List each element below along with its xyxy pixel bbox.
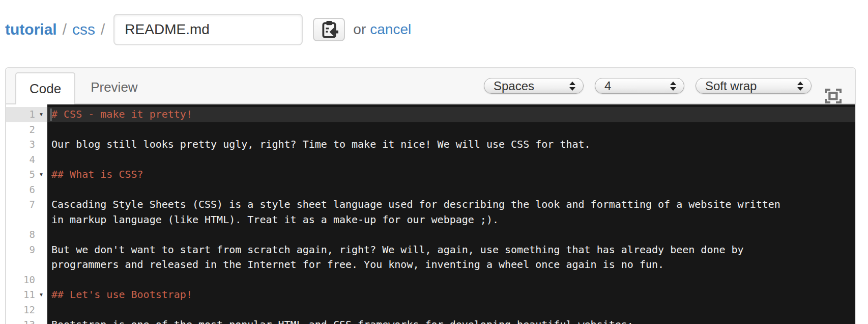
clipboard-arrow-icon [320, 20, 338, 39]
line-number: 9 [6, 242, 35, 258]
code-line[interactable] [47, 122, 855, 138]
editor-line[interactable]: 13Bootstrap is one of the most popular H… [6, 317, 855, 324]
gutter-cell[interactable]: 12 [6, 303, 47, 318]
or-text: or [353, 21, 366, 38]
code-line[interactable]: # CSS - make it pretty! [47, 107, 855, 122]
breadcrumb-folder-link[interactable]: css [72, 21, 95, 38]
code-line[interactable]: ## Let's use Bootstrap! [47, 287, 855, 303]
gutter-cell[interactable]: 4 [6, 152, 47, 168]
up-down-stepper-icon [569, 82, 575, 91]
gutter-cell[interactable]: 8 [6, 227, 47, 242]
gutter-cell[interactable]: 7 [6, 197, 47, 227]
line-number: 8 [6, 227, 35, 242]
code-text: Bootstrap is one of the most popular HTM… [51, 317, 784, 324]
line-number: 10 [6, 273, 35, 288]
line-number: 1 [6, 107, 35, 122]
editor-line[interactable]: 12 [6, 303, 855, 318]
screen-full-icon [825, 89, 842, 103]
filename-input[interactable] [113, 14, 303, 45]
editor-toolbar: CodePreview Spaces4Soft wrap [6, 68, 855, 104]
indent-size-select[interactable]: 4 [595, 78, 684, 94]
code-line[interactable] [47, 152, 855, 168]
editor-line[interactable]: 2 [6, 122, 855, 138]
wrap-mode-select[interactable]: Soft wrap [696, 78, 812, 94]
gutter-cell[interactable]: 3 [6, 137, 47, 152]
file-editor-panel: CodePreview Spaces4Soft wrap 1▾# CSS - m… [5, 67, 856, 324]
code-line[interactable] [47, 303, 855, 318]
fold-chevron-down-icon[interactable]: ▾ [35, 167, 47, 182]
cancel-link[interactable]: cancel [370, 21, 411, 38]
breadcrumb-repo-link[interactable]: tutorial [5, 21, 57, 38]
breadcrumb-separator: / [101, 21, 105, 38]
line-number: 2 [6, 122, 35, 138]
indent-size-value: 4 [604, 79, 611, 93]
tab-preview[interactable]: Preview [75, 71, 153, 103]
gutter-cell[interactable]: 10 [6, 273, 47, 288]
code-text: Our blog still looks pretty ugly, right?… [51, 137, 784, 152]
editor-settings: Spaces4Soft wrap [484, 78, 812, 94]
wrap-mode-value: Soft wrap [705, 79, 757, 93]
indent-mode-value: Spaces [494, 79, 534, 93]
editor-line[interactable]: 5▾## What is CSS? [6, 167, 855, 182]
gutter-cell[interactable]: 1▾ [6, 107, 47, 122]
code-line[interactable] [47, 227, 855, 242]
line-number: 11 [6, 287, 35, 303]
gutter-cell[interactable]: 11▾ [6, 287, 47, 303]
code-text: # CSS - make it pretty! [51, 107, 784, 122]
gutter-cell[interactable]: 6 [6, 182, 47, 198]
gutter-cell[interactable]: 2 [6, 122, 47, 138]
fullscreen-button[interactable] [825, 89, 842, 103]
breadcrumb: tutorial / css / or cancel [0, 0, 868, 46]
code-line[interactable] [47, 182, 855, 198]
text-cursor [50, 109, 52, 121]
line-number: 6 [6, 182, 35, 198]
editor-line[interactable]: 4 [6, 152, 855, 168]
fold-chevron-down-icon[interactable]: ▾ [35, 107, 47, 122]
line-number: 5 [6, 167, 35, 182]
code-line[interactable]: Cascading Style Sheets (CSS) is a style … [47, 197, 855, 227]
gutter-cell[interactable]: 9 [6, 242, 47, 273]
editor-line[interactable]: 11▾## Let's use Bootstrap! [6, 287, 855, 303]
editor-line[interactable]: 10 [6, 273, 855, 288]
editor-line[interactable]: 9But we don't want to start from scratch… [6, 242, 855, 273]
line-number: 12 [6, 303, 35, 318]
copy-path-button[interactable] [313, 18, 345, 41]
editor-line[interactable]: 7Cascading Style Sheets (CSS) is a style… [6, 197, 855, 227]
code-line[interactable] [47, 273, 855, 288]
editor-line[interactable]: 6 [6, 182, 855, 198]
editor-line[interactable]: 3Our blog still looks pretty ugly, right… [6, 137, 855, 152]
fold-chevron-down-icon[interactable]: ▾ [35, 287, 47, 303]
code-line[interactable]: Bootstrap is one of the most popular HTM… [47, 317, 855, 324]
code-text: ## Let's use Bootstrap! [51, 287, 784, 303]
editor-line[interactable]: 8 [6, 227, 855, 242]
up-down-stepper-icon [797, 82, 803, 91]
code-text: ## What is CSS? [51, 167, 784, 182]
breadcrumb-separator: / [63, 21, 67, 38]
code-line[interactable]: But we don't want to start from scratch … [47, 242, 855, 273]
line-number: 4 [6, 152, 35, 168]
line-number: 7 [6, 197, 35, 212]
code-line[interactable]: Our blog still looks pretty ugly, right?… [47, 137, 855, 152]
code-line[interactable]: ## What is CSS? [47, 167, 855, 182]
line-number: 3 [6, 137, 35, 152]
code-text: But we don't want to start from scratch … [51, 242, 784, 273]
code-editor[interactable]: 1▾# CSS - make it pretty!23Our blog stil… [6, 104, 855, 324]
tab-code[interactable]: Code [15, 72, 75, 104]
up-down-stepper-icon [670, 82, 676, 91]
line-number: 13 [6, 317, 35, 324]
indent-mode-select[interactable]: Spaces [484, 78, 584, 94]
editor-line[interactable]: 1▾# CSS - make it pretty! [6, 107, 855, 122]
gutter-cell[interactable]: 13 [6, 317, 47, 324]
gutter-cell[interactable]: 5▾ [6, 167, 47, 182]
code-text: Cascading Style Sheets (CSS) is a style … [51, 197, 784, 227]
